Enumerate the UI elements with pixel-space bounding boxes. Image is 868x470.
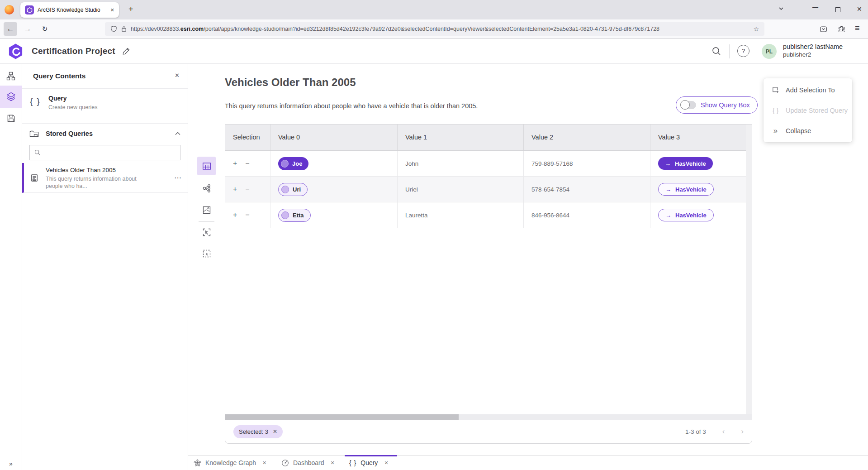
knowledge-graph-icon [194,459,201,467]
clear-selection-icon[interactable]: ✕ [273,428,277,435]
window-minimize-button[interactable]: — [812,4,818,10]
entity-dot-icon [281,186,289,193]
double-chevron-right-icon: » [771,126,780,135]
column-header: Selection [225,125,270,150]
table-view-icon[interactable] [197,157,216,175]
app-header: Certification Project ? PL publisher2 la… [0,39,868,64]
expand-rail-button[interactable]: » [0,460,22,467]
list-all-tabs-icon[interactable] [778,5,784,12]
remove-from-selection-button[interactable]: − [245,159,249,168]
pocket-icon[interactable] [820,25,827,33]
tab-knowledge-graph[interactable]: Knowledge Graph ✕ [194,456,266,470]
edit-project-icon[interactable] [122,47,130,55]
search-icon [34,149,41,156]
menu-item-collapse[interactable]: » Collapse [764,120,852,141]
extensions-icon[interactable] [838,25,845,33]
url-bar[interactable]: https://dev0028833.esri.com/portal/apps/… [105,22,764,36]
menu-button[interactable]: ≡ [855,24,860,33]
back-button[interactable]: ← [4,22,17,36]
table-row: + − Etta Lauretta 846-956-8644 →HasVehic… [225,202,752,228]
bookmark-star-icon[interactable]: ☆ [753,25,759,33]
arrow-right-icon: → [665,186,671,193]
forward-button[interactable]: → [21,22,34,36]
tracking-protection-icon[interactable] [110,25,117,33]
lock-icon[interactable] [121,26,127,32]
window-close-button[interactable]: ✕ [857,5,862,13]
item-options-icon[interactable]: ⋯ [174,173,181,182]
tab-query[interactable]: { } Query ✕ [349,456,389,470]
entity-cell: Uri [270,177,398,202]
entity-pill[interactable]: Uri [278,183,308,196]
new-tab-button[interactable]: + [128,5,133,14]
relationship-pill[interactable]: →HasVehicle [658,157,713,170]
tab-close-icon[interactable]: ✕ [110,7,114,13]
tab-close-icon[interactable]: ✕ [384,460,388,466]
tab-close-icon[interactable]: ✕ [331,460,335,466]
tab-dashboard[interactable]: Dashboard ✕ [281,456,335,470]
add-to-selection-button[interactable]: + [233,211,237,219]
menu-item-label: Collapse [786,127,811,134]
map-view-icon[interactable] [197,201,216,219]
stored-queries-search-input[interactable] [44,149,175,156]
stored-queries-header[interactable]: Stored Queries [22,124,188,144]
value-cell: Uriel [398,177,524,202]
column-header: Value 3 [650,125,752,150]
url-text: https://dev0028833.esri.com/portal/apps/… [131,26,749,32]
page-description: This query returns information about peo… [225,102,478,110]
toggle-track [681,101,696,109]
remove-from-selection-button[interactable]: − [245,185,249,193]
window-maximize-button[interactable] [835,7,840,12]
relationship-cell: →HasVehicle [650,202,752,228]
link-chart-view-icon[interactable] [197,179,216,197]
relationship-cell: →HasVehicle [650,177,752,202]
vertical-scrollbar[interactable] [746,125,752,414]
relationship-pill[interactable]: →HasVehicle [658,209,714,221]
browser-tab[interactable]: ArcGIS Knowledge Studio ✕ [20,2,119,18]
table-header-row: Selection Value 0 Value 1 Value 2 Value … [225,125,752,151]
entity-pill[interactable]: Joe [278,157,308,170]
query-item[interactable]: { } Query Create new queries [22,89,188,118]
reload-button[interactable]: ↻ [38,22,52,36]
menu-item-update-stored-query: { } Update Stored Query [764,100,852,120]
query-item-title: Query [48,95,66,102]
selected-count-chip[interactable]: Selected: 3 ✕ [233,425,283,438]
braces-icon: { } [771,107,780,114]
next-page-button[interactable]: › [741,427,744,436]
add-to-selection-button[interactable]: + [233,159,237,168]
sidebar-item-save-icon[interactable] [0,107,22,129]
relationship-pill[interactable]: →HasVehicle [658,183,714,196]
marquee-select-icon[interactable] [197,244,216,263]
prev-page-button[interactable]: ‹ [722,427,725,436]
table-row: + − Uri Uriel 578-654-7854 →HasVehicle [225,177,752,202]
project-title: Certification Project [32,46,115,56]
user-subtitle: publisher2 [783,51,811,58]
remove-from-selection-button[interactable]: − [245,211,249,219]
toggle-knob [680,100,690,110]
firefox-view-button[interactable] [5,5,14,14]
toolbar-divider [199,221,214,222]
help-icon[interactable]: ? [737,45,749,57]
avatar[interactable]: PL [762,44,777,59]
sidebar-item-hierarchy-icon[interactable] [0,65,22,87]
results-table: Selection Value 0 Value 1 Value 2 Value … [225,124,752,444]
stored-queries-search[interactable] [29,145,180,160]
tab-close-icon[interactable]: ✕ [262,460,266,466]
tab-label: Query [360,459,378,466]
add-to-selection-button[interactable]: + [233,185,237,193]
show-query-box-toggle[interactable]: Show Query Box [676,96,758,114]
arcgis-knowledge-favicon [25,5,34,14]
menu-item-label: Add Selection To [786,86,835,94]
browser-tab-strip: ArcGIS Knowledge Studio ✕ + — ✕ [0,0,868,19]
search-icon[interactable] [711,46,722,57]
selection-tool-icon[interactable] [197,223,216,241]
stored-query-title: Vehicles Older Than 2005 [46,167,116,173]
chevron-up-icon[interactable] [175,132,180,135]
query-item-subtitle: Create new queries [48,104,97,110]
stored-query-item[interactable]: Vehicles Older Than 2005 This query retu… [22,163,188,193]
menu-item-label: Update Stored Query [786,107,848,114]
panel-close-icon[interactable]: ✕ [175,72,180,79]
entity-pill[interactable]: Etta [278,209,311,222]
sidebar-item-contents-icon[interactable] [0,86,22,108]
panel-header: Query Contents ✕ [22,64,188,89]
menu-item-add-selection-to[interactable]: Add Selection To [764,80,852,100]
